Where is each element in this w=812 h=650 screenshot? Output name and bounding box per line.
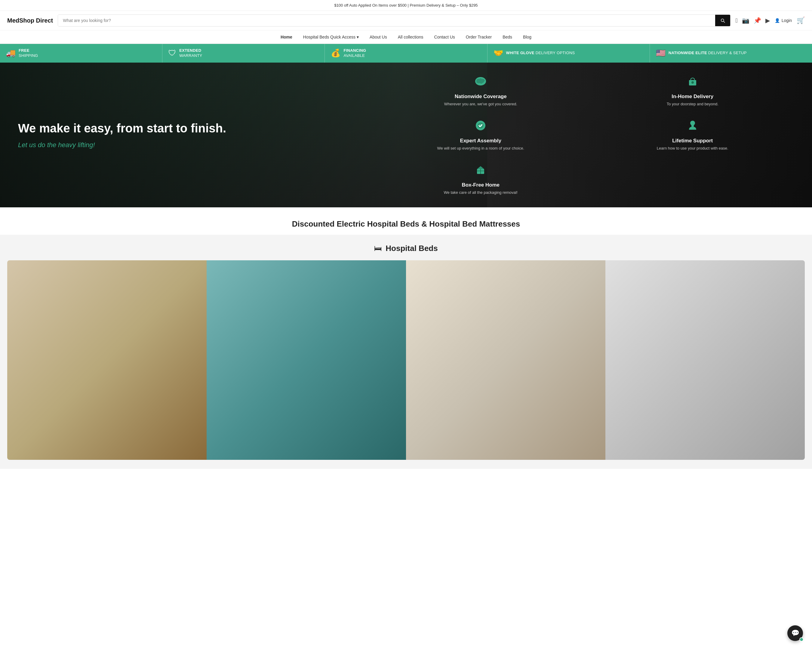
box-free-home-desc: We take care of all the packaging remova… (379, 190, 582, 195)
nationwide-icon: 🇺🇸 (656, 49, 665, 58)
nationwide-coverage-desc: Wherever you are, we've got you covered. (379, 101, 582, 107)
hero-section: We make it easy, from start to finish. L… (0, 63, 812, 208)
financing-icon: 💰 (331, 49, 340, 58)
nav-hospital-beds[interactable]: Hospital Beds Quick Access ▾ (298, 31, 364, 44)
beds-header: 🛏 Hospital Beds (7, 244, 805, 253)
cart-icon[interactable]: 🛒 (797, 17, 805, 24)
expert-assembly-desc: We will set up everything in a room of y… (379, 146, 582, 151)
product-card-3[interactable] (406, 260, 605, 460)
instagram-icon[interactable]: 📷 (742, 17, 749, 24)
hero-title: We make it easy, from start to finish. (18, 121, 367, 135)
login-button[interactable]: 👤 Login (775, 18, 792, 23)
white-glove-text: WHITE GLOVE DELIVERY OPTIONS (506, 50, 575, 56)
svg-point-5 (690, 121, 695, 125)
hospital-bed-icon: 🛏 (374, 244, 382, 253)
beds-section: 🛏 Hospital Beds (0, 235, 812, 469)
lifetime-support-title: Lifetime Support (591, 138, 794, 144)
hero-feature-box-free: Box-Free Home We take care of all the pa… (379, 163, 582, 195)
feature-bar: 🚚 FREESHIPPING 🛡 EXTENDEDWARRANTY 💰 FINA… (0, 44, 812, 63)
feature-white-glove: 🤝 WHITE GLOVE DELIVERY OPTIONS (487, 44, 650, 63)
feature-warranty: 🛡 EXTENDEDWARRANTY (162, 44, 325, 63)
nav-blog[interactable]: Blog (517, 31, 537, 44)
nav-contact[interactable]: Contact Us (429, 31, 461, 44)
expert-assembly-icon (379, 119, 582, 135)
warranty-icon: 🛡 (168, 49, 176, 58)
lifetime-support-icon (591, 119, 794, 135)
expert-assembly-title: Expert Assembly (379, 138, 582, 144)
shipping-icon: 🚚 (6, 49, 16, 58)
nav-about[interactable]: About Us (364, 31, 392, 44)
pinterest-icon[interactable]: 📌 (754, 17, 761, 24)
main-nav: Home Hospital Beds Quick Access ▾ About … (0, 31, 812, 44)
facebook-icon[interactable]:  (735, 17, 737, 24)
product-image-4 (605, 260, 805, 460)
search-button[interactable] (715, 15, 730, 26)
product-image-3 (406, 260, 605, 460)
product-image-2 (207, 260, 406, 460)
hero-feature-support: Lifetime Support Learn how to use your p… (591, 119, 794, 151)
nationwide-coverage-icon (379, 75, 582, 90)
hero-feature-assembly: Expert Assembly We will set up everythin… (379, 119, 582, 151)
feature-financing: 💰 FINANCINGAVAILABLE (325, 44, 487, 63)
box-free-home-icon (379, 163, 582, 179)
hero-features: Nationwide Coverage Wherever you are, we… (367, 75, 794, 196)
in-home-delivery-icon (591, 75, 794, 90)
warranty-text: EXTENDEDWARRANTY (179, 48, 202, 58)
lifetime-support-desc: Learn how to use your product with ease. (591, 146, 794, 151)
hero-left-panel: We make it easy, from start to finish. L… (18, 121, 367, 149)
feature-free-shipping: 🚚 FREESHIPPING (0, 44, 162, 63)
youtube-icon[interactable]: ▶ (765, 17, 770, 24)
announcement-bar: $100 off Auto Applied On Items over $500… (0, 0, 812, 11)
nav-all-collections[interactable]: All collections (392, 31, 429, 44)
search-input[interactable] (58, 15, 715, 26)
product-image-1 (7, 260, 207, 460)
site-header: MedShop Direct  📷 📌 ▶ 👤 Login 🛒 (0, 11, 812, 31)
in-home-delivery-title: In-Home Delivery (591, 93, 794, 99)
in-home-delivery-desc: To your doorstep and beyond. (591, 101, 794, 107)
main-section-title: Discounted Electric Hospital Beds & Hosp… (0, 207, 812, 235)
nav-beds[interactable]: Beds (497, 31, 517, 44)
search-form (58, 14, 731, 26)
product-card-1[interactable] (7, 260, 207, 460)
user-icon: 👤 (775, 18, 780, 23)
nationwide-text: NATIONWIDE ELITE DELIVERY & SETUP (669, 50, 747, 56)
announcement-text: $100 off Auto Applied On Items over $500… (334, 3, 478, 8)
svg-point-2 (691, 81, 694, 84)
product-card-4[interactable] (605, 260, 805, 460)
svg-rect-6 (691, 125, 694, 127)
nationwide-coverage-title: Nationwide Coverage (379, 93, 582, 99)
financing-text: FINANCINGAVAILABLE (343, 48, 366, 58)
hero-subtitle: Let us do the heavy lifting! (18, 141, 367, 149)
social-icons:  📷 📌 ▶ (735, 17, 769, 24)
hero-feature-delivery: In-Home Delivery To your doorstep and be… (591, 75, 794, 107)
hero-content: We make it easy, from start to finish. L… (0, 63, 812, 208)
shipping-text: FREESHIPPING (19, 48, 38, 58)
beds-section-title: Hospital Beds (386, 244, 438, 253)
hero-feature-nationwide: Nationwide Coverage Wherever you are, we… (379, 75, 582, 107)
search-icon (720, 18, 725, 23)
login-label: Login (781, 18, 792, 23)
product-grid (7, 260, 805, 460)
feature-nationwide: 🇺🇸 NATIONWIDE ELITE DELIVERY & SETUP (650, 44, 812, 63)
nav-home[interactable]: Home (275, 31, 298, 44)
box-free-home-title: Box-Free Home (379, 182, 582, 188)
site-logo[interactable]: MedShop Direct (7, 17, 53, 24)
white-glove-icon: 🤝 (493, 49, 503, 58)
nav-order-tracker[interactable]: Order Tracker (461, 31, 497, 44)
chevron-down-icon: ▾ (357, 35, 359, 40)
product-card-2[interactable] (207, 260, 406, 460)
